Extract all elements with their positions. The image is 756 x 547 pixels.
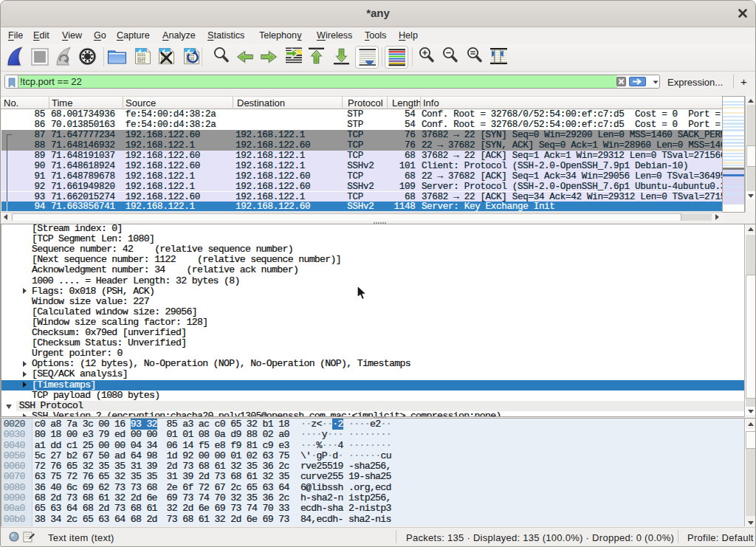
svg-text:0011: 0011 <box>137 60 145 63</box>
